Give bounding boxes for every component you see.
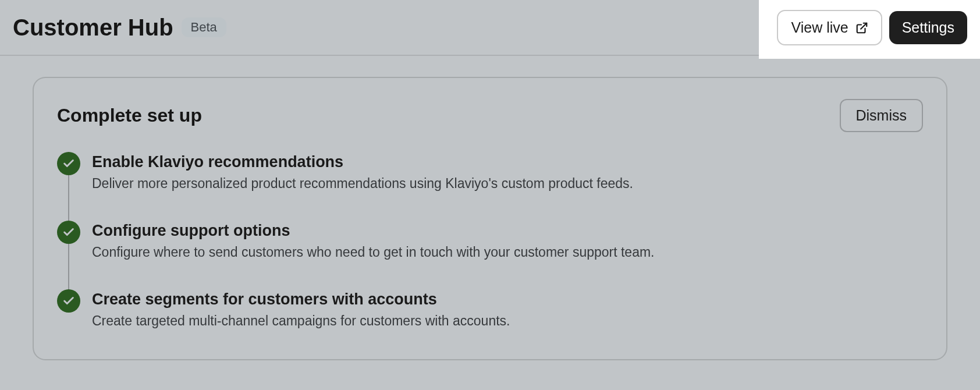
step-item: Configure support options Configure wher… [57, 221, 923, 289]
steps-list: Enable Klaviyo recommendations Deliver m… [57, 152, 923, 330]
dismiss-button[interactable]: Dismiss [840, 99, 924, 132]
main-container: Complete set up Dismiss Enable Klaviyo r… [0, 56, 980, 381]
card-header: Complete set up Dismiss [57, 99, 923, 132]
step-content: Configure support options Configure wher… [92, 221, 655, 261]
step-connector-line [68, 243, 69, 290]
card-title: Complete set up [57, 105, 202, 126]
settings-label: Settings [902, 19, 954, 36]
step-description: Deliver more personalized product recomm… [92, 175, 633, 193]
step-content: Enable Klaviyo recommendations Deliver m… [92, 152, 633, 193]
dismiss-label: Dismiss [856, 107, 907, 123]
step-item: Create segments for customers with accou… [57, 289, 923, 330]
step-description: Create targeted multi-channel campaigns … [92, 312, 510, 330]
header-left: Customer Hub Beta [13, 15, 226, 41]
settings-button[interactable]: Settings [889, 11, 967, 44]
step-title: Create segments for customers with accou… [92, 290, 510, 309]
svg-line-0 [861, 23, 867, 29]
checkmark-icon [57, 221, 80, 244]
step-item: Enable Klaviyo recommendations Deliver m… [57, 152, 923, 221]
checkmark-icon [57, 289, 80, 313]
checkmark-icon [57, 152, 80, 175]
beta-badge: Beta [182, 17, 226, 37]
header-right: View live Settings [777, 3, 967, 52]
page-header: Customer Hub Beta View live Settings [0, 0, 980, 56]
step-title: Enable Klaviyo recommendations [92, 153, 633, 171]
view-live-button[interactable]: View live [777, 10, 882, 45]
view-live-label: View live [791, 19, 848, 36]
step-connector-line [68, 174, 69, 222]
step-description: Configure where to send customers who ne… [92, 243, 655, 261]
page-title: Customer Hub [13, 15, 173, 41]
setup-card: Complete set up Dismiss Enable Klaviyo r… [33, 77, 947, 360]
step-title: Configure support options [92, 222, 655, 240]
step-content: Create segments for customers with accou… [92, 289, 510, 330]
external-link-icon [855, 21, 868, 34]
